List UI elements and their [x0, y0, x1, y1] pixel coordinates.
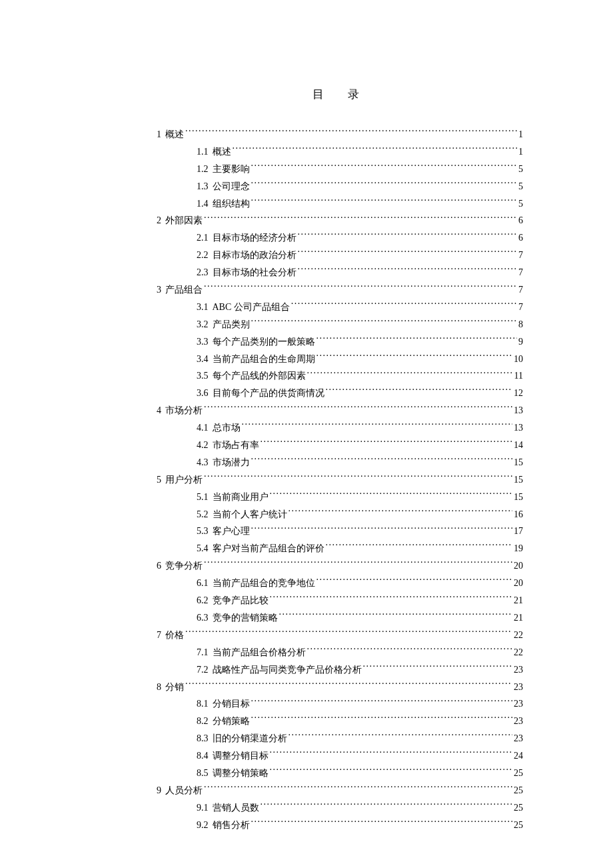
toc-entry-text: 主要影响 [213, 161, 251, 178]
toc-entry[interactable]: 4.1总市场13 [157, 419, 523, 437]
toc-entry-number: 2 [157, 212, 165, 229]
toc-entry[interactable]: 8.5调整分销策略25 [157, 765, 523, 782]
toc-entry-text: 调整分销策略 [213, 765, 270, 782]
toc-entry[interactable]: 5.3客户心理17 [157, 523, 523, 540]
toc-entry[interactable]: 2外部因素6 [157, 212, 523, 229]
toc-leader-dots [233, 145, 518, 155]
toc-entry-page: 1 [517, 126, 523, 143]
toc-entry[interactable]: 3产品组合7 [157, 281, 523, 299]
toc-entry[interactable]: 2.1目标市场的经济分析6 [157, 229, 523, 247]
toc-entry-page: 23 [512, 730, 523, 747]
toc-leader-dots [316, 335, 518, 345]
toc-entry-text: 竞争的营销策略 [213, 609, 279, 627]
toc-leader-dots [251, 525, 513, 534]
toc-entry-page: 21 [512, 592, 523, 609]
toc-entry[interactable]: 3.2产品类别8 [157, 316, 523, 333]
toc-entry[interactable]: 9.2销售分析25 [157, 817, 523, 834]
toc-entry[interactable]: 3.3每个产品类别的一般策略9 [157, 333, 523, 351]
toc-entry-number: 5.3 [197, 523, 213, 540]
toc-entry[interactable]: 4.3市场潜力15 [157, 454, 523, 471]
toc-entry[interactable]: 3.5每个产品线的外部因素11 [157, 367, 523, 385]
toc-entry[interactable]: 5.2当前个人客户统计16 [157, 506, 523, 523]
toc-entry-page: 20 [512, 557, 523, 575]
toc-entry[interactable]: 7价格22 [157, 627, 523, 644]
toc-entry-text: 每个产品类别的一般策略 [213, 333, 316, 351]
toc-leader-dots [204, 283, 517, 293]
toc-entry-text: 竞争分析 [165, 557, 204, 575]
toc-entry-number: 3.5 [197, 367, 213, 385]
toc-entry[interactable]: 6.1当前产品组合的竞争地位20 [157, 575, 523, 592]
toc-entry[interactable]: 9.1营销人员数25 [157, 799, 523, 817]
toc-entry-number: 3.6 [197, 385, 213, 402]
toc-entry-text: 当前产品组合的生命周期 [213, 351, 316, 368]
toc-entry-number: 5 [157, 471, 165, 489]
toc-leader-dots [298, 249, 518, 258]
toc-leader-dots [185, 128, 517, 137]
toc-entry[interactable]: 5用户分析15 [157, 471, 523, 489]
toc-entry[interactable]: 1.1概述1 [157, 143, 523, 161]
toc-entry-number: 8.1 [197, 695, 213, 713]
toc-leader-dots [326, 387, 513, 396]
toc-entry-text: 价格 [165, 627, 185, 644]
toc-entry[interactable]: 7.2战略性产品与同类竞争产品价格分析23 [157, 661, 523, 679]
toc-entry[interactable]: 1.2主要影响5 [157, 161, 523, 178]
toc-entry[interactable]: 8.3旧的分销渠道分析23 [157, 730, 523, 747]
toc-entry[interactable]: 8.1分销目标23 [157, 695, 523, 713]
toc-entry[interactable]: 3.1ABC 公司产品组合 7 [157, 299, 523, 316]
toc-entry-text: 目标市场的社会分析 [213, 264, 298, 281]
toc-entry-page: 16 [512, 506, 523, 523]
toc-entry-page: 25 [512, 765, 523, 782]
toc-entry[interactable]: 8分销23 [157, 679, 523, 696]
toc-entry[interactable]: 6竞争分析20 [157, 557, 523, 575]
toc-entry-text: 旧的分销渠道分析 [213, 730, 289, 747]
toc-entry-page: 23 [512, 661, 523, 679]
toc-entry-number: 2.2 [197, 247, 213, 264]
toc-entry-page: 17 [512, 523, 523, 540]
toc-entry[interactable]: 8.4调整分销目标24 [157, 747, 523, 765]
toc-entry-page: 13 [512, 419, 523, 437]
toc-leader-dots [204, 784, 512, 793]
toc-entry[interactable]: 1概述1 [157, 126, 523, 143]
toc-title: 目录 [173, 87, 523, 102]
toc-entry-number: 1.2 [197, 161, 213, 178]
toc-entry[interactable]: 2.3目标市场的社会分析7 [157, 264, 523, 281]
toc-entry[interactable]: 3.4当前产品组合的生命周期10 [157, 351, 523, 368]
toc-entry-number: 1.4 [197, 195, 213, 213]
toc-entry[interactable]: 6.3竞争的营销策略21 [157, 609, 523, 627]
toc-entry-text: 人员分析 [165, 782, 204, 799]
toc-entry[interactable]: 9人员分析25 [157, 782, 523, 799]
toc-entry[interactable]: 1.3公司理念5 [157, 178, 523, 195]
toc-entry-page: 25 [512, 799, 523, 817]
toc-entry-number: 9.2 [197, 817, 213, 834]
toc-entry-number: 9.1 [197, 799, 213, 817]
toc-entry-page: 5 [517, 195, 523, 213]
toc-entry[interactable]: 6.2竞争产品比较21 [157, 592, 523, 609]
toc-entry[interactable]: 4.2市场占有率14 [157, 437, 523, 454]
toc-entry-page: 23 [512, 695, 523, 713]
toc-entry[interactable]: 1.4组织结构5 [157, 195, 523, 213]
toc-entry-text: 公司理念 [213, 178, 251, 195]
toc-entry-text: 目标市场的经济分析 [213, 229, 298, 247]
toc-entry[interactable]: 7.1当前产品组合价格分析22 [157, 644, 523, 661]
toc-container: 1概述11.1概述11.2主要影响51.3公司理念51.4组织结构52外部因素6… [157, 126, 523, 834]
toc-entry-number: 6.3 [197, 609, 213, 627]
toc-entry[interactable]: 4市场分析13 [157, 402, 523, 419]
toc-entry-page: 5 [517, 161, 523, 178]
toc-entry[interactable]: 8.2分销策略23 [157, 713, 523, 730]
toc-leader-dots [251, 318, 518, 327]
toc-entry-number: 4 [157, 402, 165, 419]
toc-leader-dots [185, 629, 512, 638]
toc-entry-page: 11 [513, 367, 523, 385]
toc-entry-number: 5.1 [197, 489, 213, 506]
toc-entry[interactable]: 2.2目标市场的政治分析7 [157, 247, 523, 264]
toc-entry-text: 市场潜力 [213, 454, 251, 471]
toc-entry[interactable]: 5.4客户对当前产品组合的评价19 [157, 540, 523, 557]
toc-entry-number: 6.2 [197, 592, 213, 609]
toc-entry-page: 24 [512, 747, 523, 765]
toc-entry[interactable]: 5.1当前商业用户15 [157, 489, 523, 506]
toc-entry-page: 6 [517, 229, 523, 247]
toc-entry[interactable]: 3.6目前每个产品的供货商情况12 [157, 385, 523, 402]
toc-entry-number: 6 [157, 557, 165, 575]
toc-leader-dots [251, 180, 518, 189]
toc-entry-number: 3.2 [197, 316, 213, 333]
